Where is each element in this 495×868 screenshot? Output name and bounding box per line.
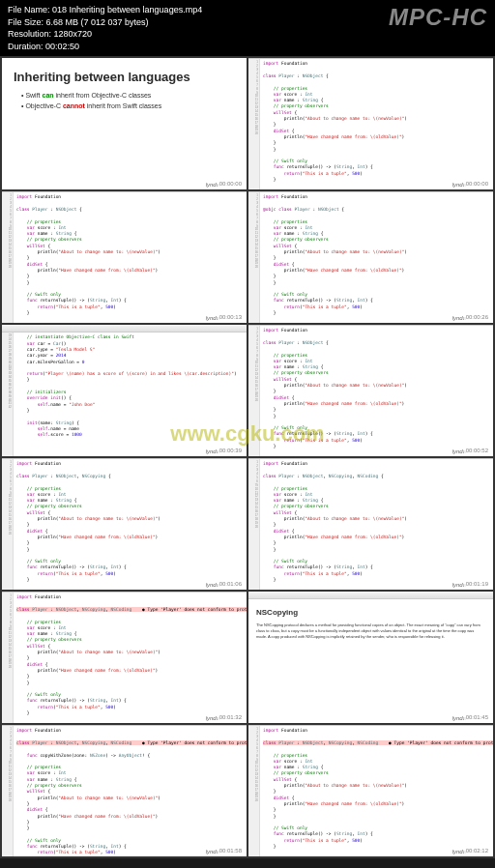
thumbnail-code[interactable]: 1234567891011121314151617181920 import F… (248, 58, 493, 189)
thumbnail-code[interactable]: 1234567891011121314151617181920 import F… (2, 725, 247, 856)
slide-bullet: • Objective-C cannot inherit from Swift … (21, 102, 235, 109)
timestamp: 00:01:32 (218, 713, 244, 721)
code-editor: import Foundation class Player : NSObjec… (260, 726, 493, 856)
thumbnail-slide[interactable]: Inheriting between languages • Swift can… (2, 58, 247, 189)
timestamp: 00:01:45 (464, 713, 490, 721)
thumbnail-code[interactable]: 1234567891011121314151617181920 import F… (248, 325, 493, 456)
slide-title: Inheriting between languages (14, 70, 235, 84)
line-gutter: 1234567891011121314151617181920 (2, 593, 14, 723)
line-gutter: 1234567891011121314151617181920 (2, 192, 14, 323)
doc-title: NSCopying (256, 607, 485, 619)
thumbnail-doc[interactable]: NSCopying The NSCopying protocol declare… (248, 592, 493, 723)
code-editor: import Foundation class Player : NSObjec… (14, 593, 247, 723)
thumbnail-code[interactable]: 1234567891011121314151617181920 import F… (2, 458, 247, 590)
code-editor: import Foundation class Player : NSObjec… (260, 59, 493, 189)
xcode-menubar (248, 592, 493, 599)
line-gutter: 1234567891011121314151617181920 (248, 59, 260, 189)
slide-bullet: • Swift can inherit from Objective-C cla… (21, 92, 235, 99)
timestamp: 00:00:39 (218, 447, 244, 454)
timestamp: 00:00:52 (464, 447, 490, 454)
code-editor: import Foundation class Player : NSObjec… (14, 726, 247, 856)
thumbnail-code[interactable]: 123456791011121314151617181920 import Fo… (248, 458, 493, 590)
line-gutter: 1234567891011121314151617181920 (248, 326, 260, 456)
documentation-pane: NSCopying The NSCopying protocol declare… (248, 599, 493, 648)
code-editor: import Foundation class Player : NSObjec… (14, 192, 247, 323)
timestamp: 00:00:00 (218, 180, 244, 188)
thumbnail-code[interactable]: 1234567891011121314151617181920 import F… (2, 191, 247, 323)
line-gutter: 123456791011121314151617181920 (248, 459, 260, 590)
code-editor: import Foundation class Player : NSObjec… (14, 459, 247, 590)
code-editor: // instantiate Objective-C class in Swif… (14, 333, 247, 456)
thumbnail-grid: Inheriting between languages • Swift can… (0, 56, 495, 858)
xcode-menubar (2, 325, 247, 333)
timestamp: 00:02:12 (464, 847, 490, 854)
app-name: MPC-HC (389, 4, 487, 31)
line-gutter: 2324252627282930313233343536373839404142 (2, 333, 14, 456)
thumbnail-code[interactable]: 1234567891011121314151617181920 import F… (248, 191, 493, 323)
timestamp: 00:00:13 (218, 313, 244, 321)
line-gutter: 1234567891011121314151617181920 (2, 726, 14, 856)
media-info-header: File Name: 018 Inheriting between langua… (0, 0, 495, 56)
timestamp: 00:00:00 (464, 180, 490, 188)
line-gutter: 1234567891011121314151617181920 (248, 726, 260, 856)
line-gutter: 1234567891011121314151617181920 (248, 192, 260, 323)
thumbnail-code[interactable]: 1234567891011121314151617181920 import F… (2, 592, 247, 723)
thumbnail-code[interactable]: 1234567891011121314151617181920 import F… (248, 725, 493, 856)
code-editor: import Foundation class Player : NSObjec… (260, 326, 493, 456)
timestamp: 00:01:19 (464, 580, 490, 588)
code-editor: import Foundation @objc class Player : N… (260, 192, 493, 323)
timestamp: 00:00:26 (464, 313, 490, 321)
line-gutter: 1234567891011121314151617181920 (2, 459, 14, 590)
doc-body: The NSCopying protocol declares a method… (256, 622, 485, 640)
timestamp: 00:01:58 (218, 847, 244, 854)
code-editor: import Foundation class Player : NSObjec… (260, 459, 493, 590)
timestamp: 00:01:06 (218, 580, 244, 588)
file-info: File Name: 018 Inheriting between langua… (8, 4, 202, 52)
thumbnail-code[interactable]: 2324252627282930313233343536373839404142… (2, 325, 247, 456)
